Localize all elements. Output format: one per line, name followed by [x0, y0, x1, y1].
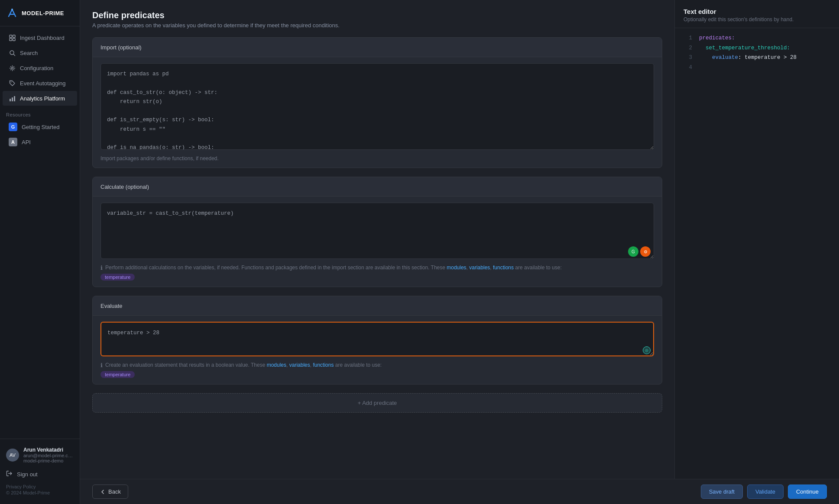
- sidebar-item-getting-started[interactable]: G Getting Started: [3, 120, 77, 134]
- svg-rect-8: [10, 99, 11, 101]
- avatar: AV: [6, 449, 19, 462]
- sidebar-item-configuration[interactable]: Configuration: [3, 61, 77, 75]
- svg-point-7: [10, 81, 11, 82]
- back-button[interactable]: Back: [92, 485, 128, 499]
- text-editor-subtitle: Optionally edit this section's definitio…: [684, 16, 830, 23]
- import-section-body: import pandas as pd def cast_to_str(o: o…: [93, 57, 662, 168]
- add-predicate-button[interactable]: + Add predicate: [92, 393, 662, 413]
- validate-button[interactable]: Validate: [747, 485, 784, 499]
- calculate-code-wrapper: variable_str = cast_to_str(temperature) …: [100, 203, 654, 260]
- logo-text: MODEL-PRIME: [22, 10, 64, 16]
- calculate-section-header: Calculate (optional): [93, 177, 662, 197]
- sidebar: MODEL-PRIME Ingest Dashboard Search Conf…: [0, 0, 80, 504]
- grid-icon: [9, 34, 16, 41]
- save-draft-button[interactable]: Save draft: [701, 485, 743, 499]
- calculate-section-title: Calculate (optional): [100, 184, 149, 190]
- text-editor-title: Text editor: [684, 8, 830, 15]
- calculate-section: Calculate (optional) variable_str = cast…: [92, 177, 662, 287]
- evaluate-section-body: temperature > 28 ◎ ℹ Create an evaluatio…: [93, 316, 662, 384]
- sidebar-item-label-getting-started: Getting Started: [22, 124, 59, 130]
- calculate-code-editor[interactable]: variable_str = cast_to_str(temperature): [100, 203, 654, 259]
- evaluate-modules-link[interactable]: modules: [267, 362, 286, 368]
- sidebar-bottom: AV Arun Venkatadri arun@model-prime.com …: [0, 439, 80, 504]
- svg-rect-4: [13, 38, 15, 41]
- evaluate-variables-link[interactable]: variables: [289, 362, 310, 368]
- sidebar-item-label-search: Search: [20, 50, 38, 56]
- line-content-2: set_temperature_threshold:: [699, 43, 790, 53]
- ai-icon-green: G: [628, 246, 638, 257]
- evaluate-code-editor[interactable]: temperature > 28: [100, 322, 654, 356]
- action-buttons: Save draft Validate Continue: [701, 485, 827, 499]
- import-section: Import (optional) import pandas as pd de…: [92, 37, 662, 168]
- sign-out-label: Sign out: [17, 471, 38, 478]
- continue-button[interactable]: Continue: [788, 485, 827, 499]
- line-num-1: 1: [682, 33, 692, 43]
- sign-out-button[interactable]: Sign out: [0, 467, 80, 481]
- evaluate-section-title: Evaluate: [100, 303, 123, 309]
- evaluate-hint-text: Create an evaluation statement that resu…: [105, 362, 382, 368]
- sign-out-icon: [6, 470, 13, 478]
- evaluate-info-icon: ℹ: [100, 362, 103, 368]
- line-num-4: 4: [682, 63, 692, 73]
- copyright: © 2024 Model-Prime: [6, 490, 74, 495]
- code-line-2: 2 set_temperature_threshold:: [675, 43, 839, 53]
- svg-rect-2: [13, 35, 15, 38]
- sidebar-item-label-config: Configuration: [20, 65, 53, 71]
- line-content-4: [699, 63, 703, 73]
- search-icon: [9, 49, 16, 56]
- back-icon: [100, 489, 106, 495]
- line-content-3: evaluate: temperature > 28: [699, 53, 797, 63]
- evaluate-functions-link[interactable]: functions: [313, 362, 334, 368]
- content-area: Define predicates A predicate operates o…: [80, 0, 839, 479]
- line-num-3: 3: [682, 53, 692, 63]
- page-header: Define predicates A predicate operates o…: [92, 10, 662, 29]
- resources-section-label: Resources: [0, 106, 80, 119]
- import-hint-text: Import packages and/or define functions,…: [100, 155, 219, 162]
- settings-icon: [9, 65, 16, 71]
- calculate-hint-text: Perform additional calculations on the v…: [105, 265, 562, 271]
- sidebar-item-ingest-dashboard[interactable]: Ingest Dashboard: [3, 30, 77, 45]
- user-name: Arun Venkatadri: [23, 447, 74, 453]
- calculate-tag-temperature: temperature: [100, 274, 135, 281]
- page-subtitle: A predicate operates on the variables yo…: [92, 22, 662, 29]
- ai-icons: G ⚙: [628, 246, 651, 257]
- api-badge: A: [9, 138, 17, 146]
- sidebar-item-label-ingest: Ingest Dashboard: [20, 35, 65, 41]
- evaluate-section-header: Evaluate: [93, 296, 662, 316]
- import-hint: Import packages and/or define functions,…: [100, 155, 654, 162]
- sidebar-item-analytics-platform[interactable]: Analytics Platform: [3, 91, 77, 106]
- calculate-section-body: variable_str = cast_to_str(temperature) …: [93, 197, 662, 287]
- import-code-editor[interactable]: import pandas as pd def cast_to_str(o: o…: [100, 63, 654, 150]
- svg-rect-1: [10, 35, 12, 38]
- logo-area: MODEL-PRIME: [0, 0, 80, 26]
- evaluate-hint: ℹ Create an evaluation statement that re…: [100, 362, 654, 368]
- code-line-3: 3 evaluate: temperature > 28: [675, 53, 839, 63]
- import-section-title: Import (optional): [100, 44, 142, 51]
- center-panel: Define predicates A predicate operates o…: [80, 0, 674, 479]
- sidebar-item-event-autotagging[interactable]: Event Autotagging: [3, 76, 77, 90]
- line-num-2: 2: [682, 43, 692, 53]
- sidebar-item-api[interactable]: A API: [3, 135, 77, 149]
- evaluate-code-wrapper: temperature > 28 ◎: [100, 322, 654, 358]
- getting-started-badge: G: [9, 123, 17, 131]
- calculate-functions-link[interactable]: functions: [493, 265, 514, 271]
- user-info[interactable]: AV Arun Venkatadri arun@model-prime.com …: [0, 443, 80, 467]
- svg-rect-3: [10, 38, 12, 41]
- calculate-variables-link[interactable]: variables: [469, 265, 490, 271]
- sidebar-nav: Ingest Dashboard Search Configuration Ev…: [0, 26, 80, 439]
- text-editor-viewer[interactable]: 1 predicates: 2 set_temperature_threshol…: [675, 28, 839, 479]
- evaluate-section: Evaluate temperature > 28 ◎ ℹ Create an …: [92, 296, 662, 384]
- user-details: Arun Venkatadri arun@model-prime.com mod…: [23, 447, 74, 463]
- code-line-4: 4: [675, 63, 839, 73]
- code-line-1: 1 predicates:: [675, 33, 839, 43]
- sidebar-item-label-analytics: Analytics Platform: [20, 95, 65, 102]
- privacy-policy-link[interactable]: Privacy Policy: [6, 484, 36, 489]
- evaluate-small-icon: ◎: [643, 346, 651, 354]
- bottom-bar: Back Save draft Validate Continue: [80, 479, 839, 504]
- right-panel: Text editor Optionally edit this section…: [674, 0, 839, 479]
- import-section-header: Import (optional): [93, 38, 662, 57]
- tag-icon: [9, 80, 16, 87]
- sidebar-item-search[interactable]: Search: [3, 45, 77, 60]
- calculate-modules-link[interactable]: modules: [447, 265, 466, 271]
- right-panel-header: Text editor Optionally edit this section…: [675, 0, 839, 28]
